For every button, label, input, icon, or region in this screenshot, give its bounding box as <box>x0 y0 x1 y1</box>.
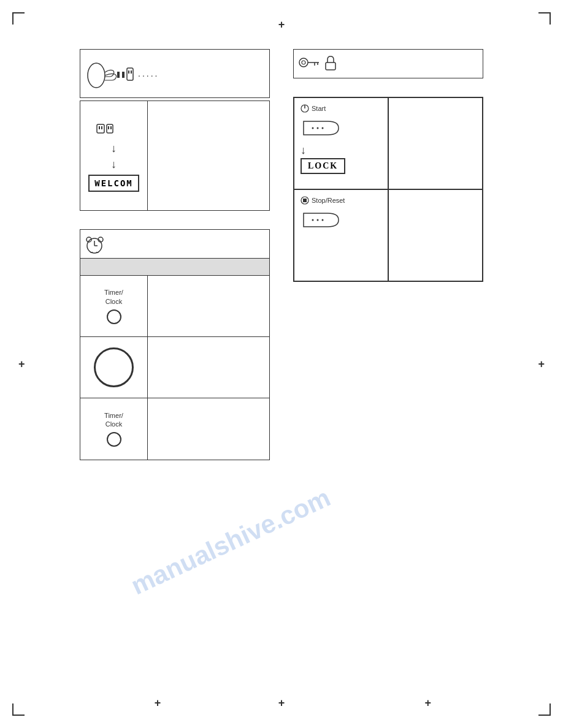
padlock-icon <box>324 55 337 72</box>
svg-point-32 <box>322 219 324 221</box>
lock-grid: Start ↓ LOCK <box>294 97 483 281</box>
clock-table: Timer/Clock Timer/Clock <box>80 276 270 460</box>
bottom-right-cell <box>388 189 483 281</box>
svg-rect-4 <box>128 70 129 74</box>
start-icon <box>301 104 309 113</box>
plug-icon <box>96 119 132 138</box>
startup-steps: ↓ ↓ WELCOM <box>80 101 148 210</box>
corner-mark-tr <box>538 12 551 25</box>
svg-rect-5 <box>131 70 132 74</box>
plug-hand-svg <box>85 57 134 91</box>
startup-description <box>148 101 269 210</box>
lock-box: LOCK <box>301 158 345 174</box>
svg-point-26 <box>317 127 319 129</box>
svg-point-17 <box>299 58 308 67</box>
clock-row-3: Timer/Clock <box>80 398 269 460</box>
crosshair-bottom-right <box>424 697 431 710</box>
svg-rect-7 <box>99 126 100 129</box>
clock-row-2-left <box>80 337 148 398</box>
svg-point-0 <box>88 63 105 88</box>
crosshair-bottom <box>278 697 285 710</box>
clock-sub-header <box>80 259 270 276</box>
corner-mark-br <box>538 703 551 716</box>
svg-rect-22 <box>326 63 335 70</box>
arrow-down-1: ↓ <box>111 143 117 154</box>
iron-stop-svg <box>301 208 340 232</box>
corner-mark-tl <box>12 12 25 25</box>
svg-point-30 <box>312 219 314 221</box>
timer-clock-button-1[interactable] <box>107 309 121 324</box>
svg-point-25 <box>312 127 314 129</box>
start-label-row: Start <box>301 104 326 113</box>
stop-icon <box>301 196 309 205</box>
stop-label-row: Stop/Reset <box>301 196 345 205</box>
svg-rect-6 <box>97 124 104 133</box>
stop-reset-cell: Stop/Reset <box>294 189 388 281</box>
top-right-cell <box>388 97 483 189</box>
crosshair-right <box>538 358 545 371</box>
dots-line: ..... <box>138 69 159 78</box>
clock-row-1-right <box>148 276 269 336</box>
arrow-down-2: ↓ <box>111 159 117 170</box>
svg-rect-2 <box>122 72 124 78</box>
svg-rect-9 <box>107 124 113 133</box>
timer-clock-label-2: Timer/Clock <box>104 411 123 429</box>
timer-clock-label-1: Timer/Clock <box>104 288 123 306</box>
svg-point-21 <box>302 61 305 64</box>
alarm-clock-icon <box>84 233 105 255</box>
iron-start-svg <box>301 116 340 140</box>
lock-panel: Start ↓ LOCK <box>293 97 483 282</box>
clock-row-2-right <box>148 337 269 398</box>
svg-rect-8 <box>101 126 102 129</box>
svg-rect-10 <box>108 126 109 129</box>
key-lock-icon <box>297 53 322 75</box>
svg-rect-11 <box>110 126 112 129</box>
welcome-display: WELCOM <box>88 175 139 192</box>
svg-point-27 <box>322 127 324 129</box>
watermark: manualshive.com <box>126 483 335 601</box>
clock-row-3-right <box>148 398 269 460</box>
lock-header <box>293 49 483 78</box>
left-column: ..... ↓ ↓ WELCOM <box>80 49 270 460</box>
stop-reset-text: Stop/Reset <box>312 197 345 204</box>
timer-clock-button-2[interactable] <box>107 432 121 447</box>
clock-row-3-left: Timer/Clock <box>80 398 148 460</box>
crosshair-bottom-left <box>155 697 161 710</box>
svg-rect-1 <box>117 72 120 78</box>
svg-rect-29 <box>303 199 307 202</box>
right-column: Start ↓ LOCK <box>293 49 483 282</box>
clock-row-2 <box>80 337 269 398</box>
clock-row-1: Timer/Clock <box>80 276 269 337</box>
clock-row-1-left: Timer/Clock <box>80 276 148 336</box>
start-text: Start <box>312 105 326 112</box>
power-panel: ..... <box>80 49 270 98</box>
hand-plug-icon: ..... <box>85 57 159 91</box>
lock-arrow: ↓ <box>301 145 306 156</box>
corner-mark-bl <box>12 703 25 716</box>
startup-panel: ↓ ↓ WELCOM <box>80 100 270 211</box>
clock-header <box>80 229 270 259</box>
crosshair-left <box>18 358 25 371</box>
svg-point-31 <box>317 219 319 221</box>
svg-rect-3 <box>127 68 133 80</box>
clock-section: Timer/Clock Timer/Clock <box>80 229 270 460</box>
start-cell: Start ↓ LOCK <box>294 97 388 189</box>
large-knob-circle[interactable] <box>94 347 134 387</box>
crosshair-top <box>278 18 285 31</box>
